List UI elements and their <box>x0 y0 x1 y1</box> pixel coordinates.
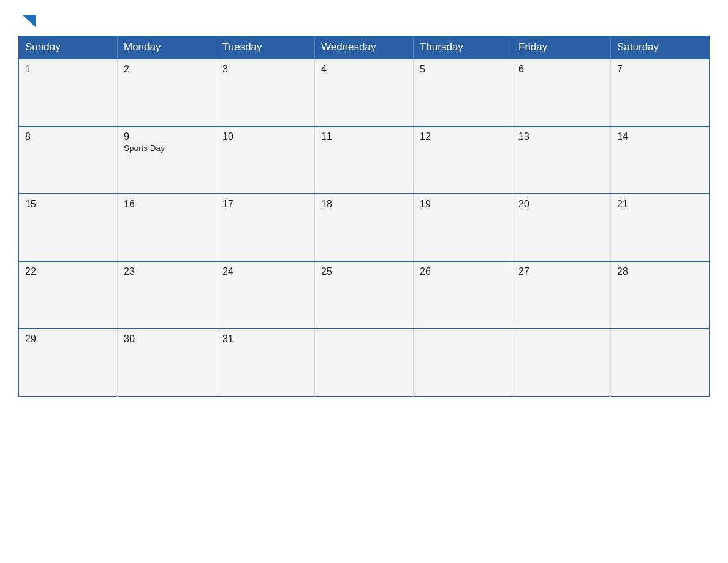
day-number: 3 <box>222 64 308 75</box>
day-cell: 24 <box>216 261 315 329</box>
day-cell: 8 <box>19 126 118 194</box>
day-cell: 12 <box>414 126 512 194</box>
weekday-header-row: SundayMondayTuesdayWednesdayThursdayFrid… <box>19 36 710 59</box>
weekday-header-thursday: Thursday <box>414 36 512 59</box>
day-number: 11 <box>321 131 407 142</box>
weekday-header-monday: Monday <box>118 36 216 59</box>
week-row-5: 293031 <box>19 329 710 396</box>
day-cell: 22 <box>19 261 118 329</box>
day-number: 19 <box>420 199 506 210</box>
weekday-header-saturday: Saturday <box>611 36 710 59</box>
day-cell: 5 <box>414 59 512 126</box>
day-number: 10 <box>222 131 308 142</box>
day-number: 1 <box>25 64 111 75</box>
day-number: 2 <box>124 64 210 75</box>
day-cell <box>512 329 611 396</box>
day-cell: 14 <box>611 126 710 194</box>
day-number: 16 <box>124 199 210 210</box>
day-cell: 28 <box>611 261 710 329</box>
calendar-table: SundayMondayTuesdayWednesdayThursdayFrid… <box>18 36 710 397</box>
day-cell: 6 <box>512 59 611 126</box>
day-number: 27 <box>518 266 604 277</box>
svg-marker-0 <box>22 15 36 27</box>
day-number: 17 <box>222 199 308 210</box>
day-cell: 21 <box>611 194 710 261</box>
day-cell: 10 <box>216 126 315 194</box>
day-cell: 23 <box>118 261 216 329</box>
day-cell: 20 <box>512 194 611 261</box>
day-cell: 16 <box>118 194 216 261</box>
day-cell: 2 <box>118 59 216 126</box>
day-number: 24 <box>222 266 308 277</box>
day-cell: 17 <box>216 194 315 261</box>
day-number: 29 <box>25 334 111 345</box>
day-event: Sports Day <box>124 144 210 153</box>
week-row-1: 1234567 <box>19 59 710 126</box>
day-number: 8 <box>25 131 111 142</box>
weekday-header-tuesday: Tuesday <box>216 36 315 59</box>
day-number: 9 <box>124 131 210 142</box>
weekday-header-wednesday: Wednesday <box>315 36 414 59</box>
week-row-3: 15161718192021 <box>19 194 710 261</box>
day-cell <box>315 329 414 396</box>
day-number: 26 <box>420 266 506 277</box>
day-number: 14 <box>617 131 703 142</box>
day-number: 21 <box>617 199 703 210</box>
day-cell: 31 <box>216 329 315 396</box>
day-cell: 25 <box>315 261 414 329</box>
day-number: 5 <box>420 64 506 75</box>
day-cell: 7 <box>611 59 710 126</box>
day-number: 25 <box>321 266 407 277</box>
header <box>18 12 710 29</box>
day-cell: 4 <box>315 59 414 126</box>
day-cell: 18 <box>315 194 414 261</box>
day-cell: 15 <box>19 194 118 261</box>
day-cell: 11 <box>315 126 414 194</box>
day-number: 30 <box>124 334 210 345</box>
day-number: 23 <box>124 266 210 277</box>
day-number: 18 <box>321 199 407 210</box>
day-cell: 19 <box>414 194 512 261</box>
day-cell: 27 <box>512 261 611 329</box>
day-number: 7 <box>617 64 703 75</box>
day-number: 28 <box>617 266 703 277</box>
weekday-header-friday: Friday <box>512 36 611 59</box>
week-row-4: 22232425262728 <box>19 261 710 329</box>
day-number: 20 <box>518 199 604 210</box>
day-cell: 29 <box>19 329 118 396</box>
day-number: 4 <box>321 64 407 75</box>
day-cell: 13 <box>512 126 611 194</box>
day-cell <box>611 329 710 396</box>
day-cell: 9Sports Day <box>118 126 216 194</box>
day-number: 12 <box>420 131 506 142</box>
logo-icon <box>20 12 37 29</box>
day-number: 22 <box>25 266 111 277</box>
page: SundayMondayTuesdayWednesdayThursdayFrid… <box>0 0 728 563</box>
day-cell: 30 <box>118 329 216 396</box>
day-number: 6 <box>518 64 604 75</box>
day-number: 15 <box>25 199 111 210</box>
week-row-2: 89Sports Day1011121314 <box>19 126 710 194</box>
day-number: 13 <box>518 131 604 142</box>
day-cell: 1 <box>19 59 118 126</box>
day-cell: 3 <box>216 59 315 126</box>
day-number: 31 <box>222 334 308 345</box>
day-cell: 26 <box>414 261 512 329</box>
logo <box>18 12 37 29</box>
weekday-header-sunday: Sunday <box>19 36 118 59</box>
day-cell <box>414 329 512 396</box>
